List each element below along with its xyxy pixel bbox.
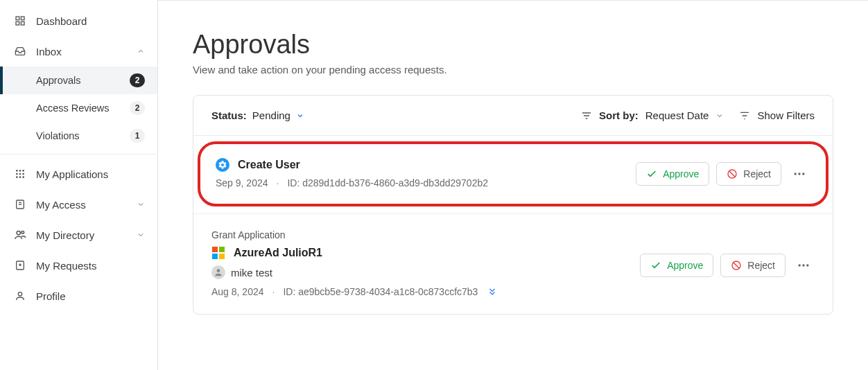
more-actions-button[interactable] [792,254,815,276]
request-row-highlighted: Create User Sep 9, 2024 ID: d289d1dd-b37… [198,141,828,206]
request-category: Grant Application [211,229,626,240]
svg-rect-0 [16,17,19,20]
sidebar-item-my-access[interactable]: My Access [0,189,157,220]
request-id: ID: ae9bcb5e-9738-4034-a1c8-0c873ccfc7b3 [283,286,478,297]
svg-point-27 [802,264,804,266]
svg-point-20 [795,173,797,175]
approve-label: Approve [667,260,703,271]
sidebar-item-label: My Requests [36,260,145,272]
status-filter[interactable]: Status: Pending [211,109,304,121]
page-title: Approvals [193,30,833,60]
sidebar-item-label: My Directory [36,229,127,241]
directory-icon [14,229,26,241]
svg-point-21 [798,173,800,175]
badge-count: 2 [130,101,145,115]
main-content: Approvals View and take action on your p… [158,0,868,370]
svg-line-25 [734,263,739,268]
sidebar-item-approvals[interactable]: Approvals 2 [0,67,157,94]
chevron-down-icon [137,231,145,239]
inbox-icon [14,45,26,58]
sidebar-item-my-directory[interactable]: My Directory [0,220,157,250]
sidebar-item-inbox[interactable]: Inbox [0,36,157,67]
svg-point-4 [16,170,18,172]
svg-point-7 [16,173,18,175]
chevron-up-icon [137,47,145,55]
svg-point-22 [802,173,804,175]
sidebar-item-label: Violations [36,130,120,141]
request-row: Grant Application AzureAd JulioR1 mike t… [193,213,833,314]
request-title: AzureAd JulioR1 [234,247,322,259]
request-title: Create User [238,159,300,171]
request-user: mike test [231,267,272,279]
sidebar-item-my-requests[interactable]: My Requests [0,250,157,281]
requests-icon [14,259,26,272]
show-filters-button[interactable]: Show Filters [739,109,815,121]
microsoft-icon [211,246,225,260]
gear-circle-icon [216,158,229,172]
sidebar-item-label: Approvals [36,75,120,86]
chevron-down-icon [137,200,145,209]
sidebar-item-label: Profile [36,290,145,302]
sidebar-item-violations[interactable]: Violations 1 [0,122,157,150]
svg-point-10 [16,176,18,178]
svg-rect-3 [16,21,19,25]
svg-point-12 [22,176,24,178]
svg-point-23 [217,269,220,272]
sidebar: Dashboard Inbox Approvals 2 Access Revie… [0,0,158,370]
sidebar-item-dashboard[interactable]: Dashboard [0,6,157,36]
svg-point-17 [18,292,21,296]
block-icon [731,260,742,271]
request-date: Sep 9, 2024 [216,177,268,188]
check-icon [650,260,661,271]
sort-label: Sort by: [599,109,639,121]
svg-point-11 [19,176,21,178]
sidebar-item-label: Dashboard [36,15,145,27]
svg-point-9 [22,173,24,175]
expand-icon[interactable] [487,287,497,297]
svg-point-15 [21,231,24,234]
svg-line-19 [729,171,735,177]
toolbar: Status: Pending Sort by: Request Date [193,96,833,135]
approve-button[interactable]: Approve [640,254,713,277]
chevron-down-icon [715,112,724,120]
apps-icon [14,168,26,180]
svg-point-28 [806,264,808,266]
approve-label: Approve [663,168,699,179]
show-filters-label: Show Filters [757,109,815,121]
divider [0,154,157,155]
request-date: Aug 8, 2024 [211,286,264,297]
block-icon [727,168,738,179]
request-id: ID: d289d1dd-b376-4860-a3d9-db3dd29702b2 [287,177,488,188]
badge-count: 2 [130,73,145,87]
sidebar-item-label: My Access [36,199,127,211]
sort-control[interactable]: Sort by: Request Date [581,109,724,121]
svg-point-8 [19,173,21,175]
more-actions-button[interactable] [788,163,810,185]
divider [193,135,833,136]
svg-point-6 [22,170,24,172]
sidebar-item-profile[interactable]: Profile [0,281,157,311]
sort-value: Request Date [645,109,709,121]
svg-point-14 [17,231,20,234]
reject-button[interactable]: Reject [720,254,785,277]
dashboard-icon [14,15,26,27]
reject-label: Reject [743,168,771,179]
sidebar-item-my-applications[interactable]: My Applications [0,159,157,189]
sidebar-item-label: My Applications [36,168,145,180]
svg-point-26 [799,264,801,266]
status-label: Status: [211,109,247,121]
filter-icon [739,110,750,121]
chevron-down-icon [296,112,304,120]
access-icon [14,198,26,211]
sidebar-item-label: Access Reviews [36,103,120,114]
page-subtitle: View and take action on your pending acc… [193,64,833,76]
svg-point-5 [19,170,21,172]
approvals-card: Status: Pending Sort by: Request Date [193,95,833,315]
status-value: Pending [252,109,290,121]
reject-button[interactable]: Reject [716,162,781,186]
sort-icon [581,110,592,121]
check-icon [646,168,657,179]
avatar [211,265,225,279]
sidebar-item-access-reviews[interactable]: Access Reviews 2 [0,94,157,122]
approve-button[interactable]: Approve [636,162,709,186]
